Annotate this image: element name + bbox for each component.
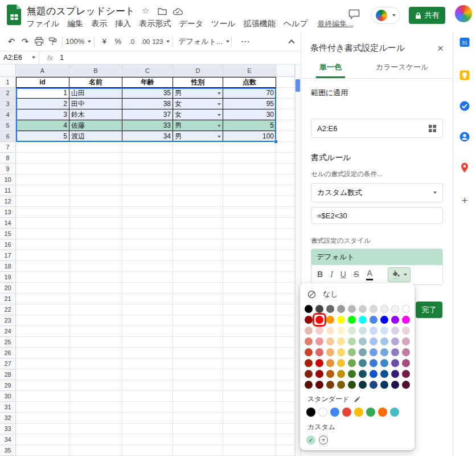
cell-F3[interactable] [276, 99, 295, 109]
cell-D11[interactable] [173, 185, 223, 196]
cell-A14[interactable] [16, 218, 69, 229]
cell-C24[interactable] [122, 326, 173, 337]
cell-D22[interactable] [173, 304, 223, 315]
row-header-14[interactable]: 14 [0, 218, 16, 229]
cell-B6[interactable]: 渡辺 [69, 131, 122, 142]
swatch-f4cccc[interactable] [315, 327, 323, 335]
swatch-9900ff[interactable] [391, 316, 399, 324]
cell-C10[interactable] [122, 174, 173, 185]
column-header-D[interactable]: D [173, 64, 223, 77]
swatch-ff00ff[interactable] [402, 316, 410, 324]
cell-B23[interactable] [69, 315, 122, 326]
cell-D33[interactable] [173, 424, 223, 434]
share-button[interactable]: 共有 [409, 7, 445, 24]
swatch-9fc5e8[interactable] [380, 337, 388, 345]
decrease-decimal-button[interactable]: .0 [125, 34, 138, 49]
swatch-ea9999[interactable] [315, 337, 323, 345]
swatch-a61c00[interactable] [305, 359, 313, 367]
cell-B14[interactable] [69, 218, 122, 229]
dropdown-arrow-icon[interactable] [218, 136, 221, 138]
scrollbar-thumb[interactable] [296, 79, 300, 92]
swatch-00ffff[interactable] [359, 316, 367, 324]
cell-C2[interactable]: 35 [122, 88, 173, 99]
cell-B33[interactable] [69, 424, 122, 434]
cell-F21[interactable] [276, 294, 295, 304]
cell-D28[interactable] [173, 369, 223, 380]
cell-D34[interactable] [173, 434, 223, 445]
cell-F25[interactable] [276, 337, 295, 348]
dropdown-arrow-icon[interactable] [218, 125, 221, 127]
cell-B5[interactable]: 佐藤 [69, 120, 122, 131]
dropdown-arrow-icon[interactable] [218, 114, 221, 116]
row-header-33[interactable]: 33 [0, 424, 16, 434]
cell-E17[interactable] [223, 250, 276, 261]
cell-E13[interactable] [223, 207, 276, 218]
swatch-85200c[interactable] [305, 370, 313, 378]
cell-C17[interactable] [122, 250, 173, 261]
cloud-saved-icon[interactable] [173, 7, 183, 15]
cell-F6[interactable] [276, 131, 295, 142]
cell-A30[interactable] [16, 391, 69, 402]
column-header-F[interactable] [276, 64, 295, 77]
contacts-icon[interactable] [459, 131, 470, 142]
row-header-24[interactable]: 24 [0, 326, 16, 337]
swatch-cc0000[interactable] [315, 359, 323, 367]
swatch-674ea7[interactable] [391, 359, 399, 367]
cell-C11[interactable] [122, 185, 173, 196]
cell-F19[interactable] [276, 272, 295, 283]
cell-B10[interactable] [69, 174, 122, 185]
cell-E1[interactable]: 点数 [223, 77, 276, 88]
cell-E5[interactable]: 5 [223, 120, 276, 131]
cell-D7[interactable] [173, 142, 223, 153]
cell-D5[interactable]: 男 [173, 120, 223, 131]
cell-B12[interactable] [69, 196, 122, 207]
cell-A22[interactable] [16, 304, 69, 315]
menu-データ[interactable]: データ [175, 17, 207, 31]
swatch-3c78d8[interactable] [370, 359, 377, 367]
cell-A8[interactable] [16, 153, 69, 164]
cell-E11[interactable] [223, 185, 276, 196]
cell-E4[interactable]: 30 [223, 109, 276, 120]
cell-B19[interactable] [69, 272, 122, 283]
row-header-30[interactable]: 30 [0, 391, 16, 402]
row-header-19[interactable]: 19 [0, 272, 16, 283]
cell-D15[interactable] [173, 229, 223, 239]
swatch-ead1dc[interactable] [402, 327, 410, 335]
cell-C28[interactable] [122, 369, 173, 380]
cell-A21[interactable] [16, 294, 69, 304]
row-header-3[interactable]: 3 [0, 99, 16, 109]
cell-D21[interactable] [173, 294, 223, 304]
swatch-134f5c[interactable] [359, 370, 367, 378]
pencil-icon[interactable] [354, 396, 360, 403]
row-header-7[interactable]: 7 [0, 142, 16, 153]
cell-A28[interactable] [16, 369, 69, 380]
cell-C34[interactable] [122, 434, 173, 445]
cell-E30[interactable] [223, 391, 276, 402]
cell-D10[interactable] [173, 174, 223, 185]
menu-拡張機能[interactable]: 拡張機能 [240, 17, 280, 31]
swatch-1155cc[interactable] [370, 370, 377, 378]
cell-E9[interactable] [223, 164, 276, 174]
format-percent-button[interactable]: % [111, 34, 125, 49]
cell-A9[interactable] [16, 164, 69, 174]
swatch-ffff00[interactable] [337, 316, 345, 324]
cell-E18[interactable] [223, 261, 276, 272]
row-header-13[interactable]: 13 [0, 207, 16, 218]
swatch-cfe2f3[interactable] [380, 327, 388, 335]
cell-A33[interactable] [16, 424, 69, 434]
fill-color-button[interactable] [388, 267, 411, 282]
undo-button[interactable]: ↶ [5, 34, 18, 49]
condition-select[interactable]: カスタム数式 [311, 183, 443, 202]
swatch-1c4587[interactable] [370, 381, 377, 389]
column-header-E[interactable]: E [223, 64, 276, 77]
cell-A1[interactable]: id [16, 77, 69, 88]
cell-D4[interactable]: 女 [173, 109, 223, 120]
cell-F9[interactable] [276, 164, 295, 174]
cell-E19[interactable] [223, 272, 276, 283]
swatch-999999[interactable] [337, 305, 345, 313]
cell-C13[interactable] [122, 207, 173, 218]
zoom-select[interactable]: 100% [65, 34, 91, 49]
swatch-45818e[interactable] [359, 359, 367, 367]
swatch-cccccc[interactable] [359, 305, 367, 313]
cell-E26[interactable] [223, 348, 276, 359]
